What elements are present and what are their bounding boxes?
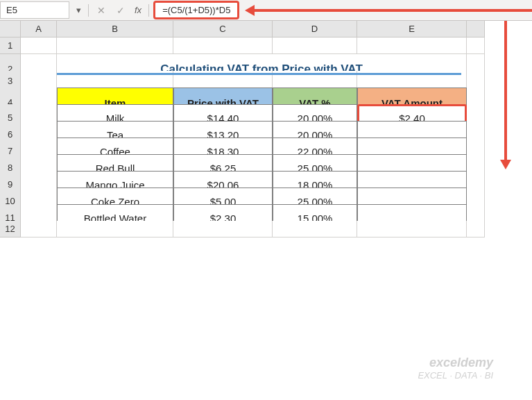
- name-box-dropdown-icon[interactable]: ▾: [72, 5, 85, 15]
- check-icon[interactable]: ✓: [111, 5, 130, 16]
- cell[interactable]: [273, 221, 357, 238]
- cell[interactable]: [21, 38, 57, 54]
- cell[interactable]: [357, 38, 467, 54]
- name-box[interactable]: E5: [0, 1, 69, 19]
- formula-input[interactable]: =(C5/(1+D5))*D5: [153, 1, 239, 19]
- watermark: exceldemy EXCEL · DATA · BI: [418, 356, 493, 381]
- formula-bar: E5 ▾ ✕ ✓ fx =(C5/(1+D5))*D5: [0, 0, 532, 21]
- cell[interactable]: [173, 38, 273, 54]
- col-header-E[interactable]: E: [357, 21, 467, 38]
- select-all-corner[interactable]: [0, 21, 21, 38]
- separator: [148, 4, 149, 17]
- title-underline: [57, 73, 461, 75]
- cell[interactable]: [57, 221, 173, 238]
- separator: [88, 4, 89, 17]
- cell[interactable]: [273, 38, 357, 54]
- col-header-D[interactable]: D: [273, 21, 357, 38]
- col-header-A[interactable]: A: [21, 21, 57, 38]
- col-header-B[interactable]: B: [57, 21, 173, 38]
- cell[interactable]: [357, 221, 467, 238]
- fx-label[interactable]: fx: [130, 5, 146, 15]
- annotation-arrow-down: [504, 21, 507, 160]
- row-header-12[interactable]: 12: [0, 221, 21, 238]
- watermark-big: exceldemy: [418, 356, 493, 370]
- cell[interactable]: [57, 38, 173, 54]
- cell[interactable]: [467, 38, 485, 54]
- col-header-blank[interactable]: [467, 21, 485, 38]
- watermark-small: EXCEL · DATA · BI: [418, 370, 493, 381]
- annotation-arrow: [239, 5, 532, 16]
- cell[interactable]: [21, 221, 57, 238]
- cancel-icon[interactable]: ✕: [92, 5, 111, 16]
- cell[interactable]: [173, 221, 273, 238]
- row-header-1[interactable]: 1: [0, 38, 21, 54]
- spreadsheet-grid[interactable]: A B C D E 1 2 Calculating VAT from Price…: [0, 21, 532, 238]
- cell[interactable]: [467, 221, 485, 238]
- col-header-C[interactable]: C: [173, 21, 273, 38]
